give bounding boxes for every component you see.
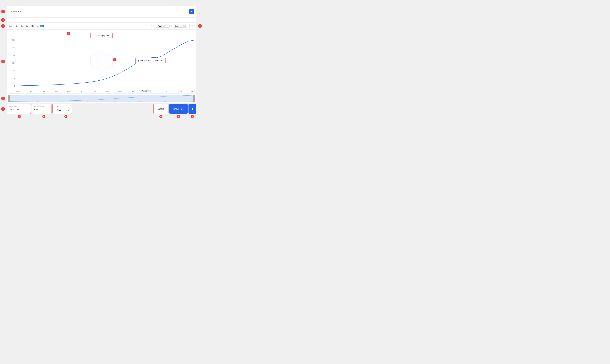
secondary-bar (7, 18, 196, 22)
minimap-x-labels: 1950 1960 1970 1980 1990 2000 2010 2020 (9, 100, 194, 102)
x-label-2000: 2000 (143, 91, 147, 92)
x-label-1970: 1970 (67, 91, 71, 92)
badge-F: F (191, 115, 194, 118)
rosecode-label: Rosecode (9, 105, 28, 107)
x-label-2020: 2020 (191, 91, 195, 92)
row-badge-6: 6 (1, 60, 5, 63)
details-button[interactable]: Details (153, 104, 169, 114)
minimap: 1950 1960 1970 1980 1990 2000 2010 2020 (7, 94, 196, 103)
x-label-1995: 1995 (131, 91, 134, 92)
x-label-1955: 1955 (29, 91, 32, 92)
badge-E: E (177, 115, 180, 118)
minimap-right-handle[interactable] (193, 95, 195, 102)
x-label-1965: 1965 (54, 91, 58, 92)
chart-menu-button[interactable]: ☰ (189, 24, 194, 28)
x-label-2015: 2015 (178, 91, 182, 92)
zoom-controls: Zoom 1m 3m 6m YTD 1y All From To ☰ 5 (7, 23, 196, 29)
badge-A: A (18, 115, 21, 118)
y-label-0: 0 (14, 85, 15, 87)
y-label-25k: 25k (12, 47, 15, 49)
info-row: Rosecode usa.gdp.fred Organization rose … (7, 104, 196, 114)
x-label-1985: 1985 (105, 91, 109, 92)
rosecode-value: usa.gdp.fred (9, 108, 28, 110)
badge-C: C (65, 115, 67, 118)
from-date-input[interactable] (156, 25, 169, 27)
chart-legend: usa.gdp.fred (90, 33, 113, 38)
zoom-all-button[interactable]: All (40, 25, 44, 27)
zoom-ytd-button[interactable]: YTD (30, 25, 35, 27)
to-label: To (170, 25, 172, 27)
show-tree-button[interactable]: Show Tree (169, 104, 188, 114)
badge-D: D (159, 115, 162, 118)
legend-line-icon (94, 36, 97, 36)
side-icons: ⋮ + (198, 7, 202, 16)
chart-svg (16, 39, 195, 87)
chart-tooltip: usa.gdp.fred: 14 402.082 (135, 58, 166, 63)
to-date-input[interactable] (173, 25, 187, 27)
zoom-1m-button[interactable]: 1m (15, 25, 19, 27)
upload-button[interactable]: ▲ (188, 104, 196, 114)
badge-4: 4 (67, 32, 70, 35)
upload-icon: ▲ (191, 107, 194, 110)
x-label-1980: 1980 (92, 91, 96, 92)
row-badge-9: 9 (1, 107, 5, 111)
date-range: From To (151, 25, 187, 27)
badge-7: 7 (113, 58, 116, 61)
y-axis: 30k 25k 20k 15k 10k 5k 0 (8, 39, 15, 87)
org-label: Organization (34, 105, 49, 107)
chart-area: usa.gdp.fred 4 30k (7, 30, 196, 93)
x-label-1950: 1950 (16, 91, 20, 92)
y-label-30k: 30k (12, 39, 15, 41)
row-badge-5-right: 5 (198, 24, 202, 28)
minimap-left-handle[interactable] (8, 95, 10, 102)
row-badge-8: 8 (1, 97, 5, 100)
y-label-15k: 15k (12, 62, 15, 64)
x-label-1990: 1990 (118, 91, 122, 92)
tooltip-series: usa.gdp.fred (140, 60, 151, 62)
badge-B: B (42, 115, 45, 118)
zoom-label: Zoom (9, 25, 13, 27)
y-label-20k: 20k (12, 54, 15, 56)
units-card: Units None (52, 104, 72, 114)
rosecode-card: Rosecode usa.gdp.fred (7, 104, 31, 114)
legend-series-name: usa.gdp.fred (99, 35, 109, 37)
row-badge-2: 2 (1, 18, 5, 22)
y-label-5k: 5k (13, 78, 15, 79)
x-label-1975: 1975 (80, 91, 83, 92)
zoom-3m-button[interactable]: 3m (20, 25, 24, 27)
y-label-10k: 10k (12, 70, 15, 72)
play-icon: ▶ (191, 10, 193, 13)
more-options-button[interactable]: ⋮ (198, 7, 202, 11)
x-label-2010: 2010 (165, 91, 169, 92)
row-badge-3: 3 (1, 24, 5, 28)
tooltip-value: 14 402.082 (154, 60, 163, 62)
row-badge-1: 1 (1, 10, 5, 13)
x-label-1960: 1960 (41, 91, 45, 92)
units-label: Units (55, 105, 70, 107)
organization-card: Organization rose (32, 104, 52, 114)
x-axis: 1950 1955 1960 1965 1970 1975 1980 1985 … (16, 91, 195, 92)
search-bar: ▶ (7, 6, 196, 17)
search-input[interactable] (9, 10, 189, 13)
zoom-1y-button[interactable]: 1y (36, 25, 39, 27)
from-label: From (151, 25, 155, 27)
tooltip-dot (138, 60, 139, 62)
minimap-inner: 1950 1960 1970 1980 1990 2000 2010 2020 (8, 95, 195, 102)
run-button[interactable]: ▶ (189, 9, 194, 14)
bottom-badges: A B C D E F (7, 115, 196, 118)
zoom-6m-button[interactable]: 6m (25, 25, 29, 27)
add-button[interactable]: + (198, 12, 202, 16)
units-select[interactable]: None (55, 108, 70, 112)
org-value: rose (34, 108, 49, 110)
